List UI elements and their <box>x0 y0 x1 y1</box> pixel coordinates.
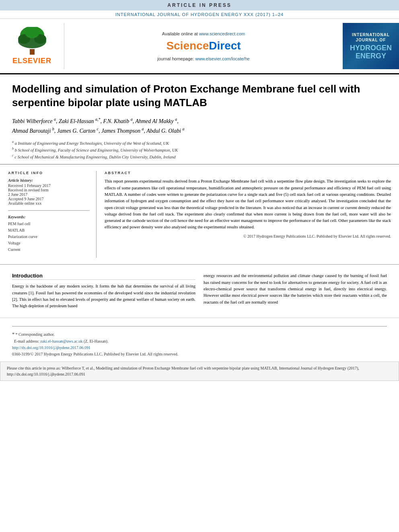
copyright-line: © 2017 Hydrogen Energy Publications LLC.… <box>105 234 391 238</box>
introduction-title: Introduction <box>12 273 195 280</box>
revised-date: 2 June 2017 <box>8 192 90 197</box>
journal-logo-box: INTERNATIONAL JOURNAL OF HYDROGEN ENERGY <box>343 23 399 69</box>
rights-footnote: 0360-3199/© 2017 Hydrogen Energy Publica… <box>12 351 387 357</box>
authors-line: Tabbi Wilberforce a, Zaki El-Hassan a,*,… <box>12 116 387 136</box>
elsevier-tree-icon <box>12 27 52 55</box>
elsevier-wordmark: ELSEVIER <box>12 57 51 65</box>
article-in-press-banner: ARTICLE IN PRESS <box>0 0 399 10</box>
journal-header-bar: INTERNATIONAL JOURNAL OF HYDROGEN ENERGY… <box>0 10 399 19</box>
available-online-text: Available online at www.sciencedirect.co… <box>162 31 245 36</box>
keyword-2: MATLAB <box>8 227 90 234</box>
journal-logo-top: INTERNATIONAL JOURNAL OF <box>347 32 395 43</box>
history-label: Article history: <box>8 178 90 183</box>
affiliation-b: b b School of Engineering, Faculty of Sc… <box>12 146 387 153</box>
body-left-column: Introduction Energy is the backbone of a… <box>12 273 195 309</box>
article-info-label: ARTICLE INFO <box>8 171 90 175</box>
footnotes-section: * * Corresponding author. E-mail address… <box>0 318 399 362</box>
doi-link[interactable]: http://dx.doi.org/10.1016/j.ijhydene.201… <box>12 345 90 350</box>
journal-homepage-url[interactable]: www.elsevier.com/locate/he <box>195 56 250 61</box>
keyword-4: Voltage <box>8 240 90 246</box>
introduction-left-text: Energy is the backbone of any modern soc… <box>12 283 195 309</box>
article-history: Article history: Received 1 February 201… <box>8 178 90 205</box>
accepted-date: Accepted 9 June 2017 <box>8 197 90 201</box>
available-online: Available online xxx <box>8 201 90 205</box>
elsevier-logo: ELSEVIER <box>0 23 64 69</box>
header-center: Available online at www.sciencedirect.co… <box>64 23 343 69</box>
article-info-abstract-section: ARTICLE INFO Article history: Received 1… <box>0 164 399 265</box>
abstract-column: ABSTRACT This report presents experiment… <box>105 171 391 258</box>
doi-footnote: http://dx.doi.org/10.1016/j.ijhydene.201… <box>12 345 387 351</box>
article-info-column: ARTICLE INFO Article history: Received 1… <box>8 171 97 258</box>
article-title-section: Modelling and simulation of Proton Excha… <box>0 74 399 164</box>
sciencedirect-url[interactable]: www.sciencedirect.com <box>199 31 245 36</box>
affiliation-a: a a Institute of Engineering and Energy … <box>12 140 387 146</box>
article-title: Modelling and simulation of Proton Excha… <box>12 82 387 110</box>
email-link[interactable]: zaki.el-hassan@uws.ac.uk <box>40 339 83 343</box>
keywords-group: Keywords: PEM fuel cell MATLAB Polarizat… <box>8 215 90 253</box>
footnote-divider <box>12 326 387 327</box>
affiliations: a a Institute of Engineering and Energy … <box>12 140 387 160</box>
journal-homepage: journal homepage: www.elsevier.com/locat… <box>157 56 249 61</box>
introduction-right-text: energy resources and the environmental p… <box>204 273 387 305</box>
body-content: Introduction Energy is the backbone of a… <box>0 265 399 317</box>
email-footnote: E-mail address: zaki.el-hassan@uws.ac.uk… <box>12 338 387 345</box>
revised-label: Received in revised form <box>8 188 90 192</box>
keyword-3: Polarization curve <box>8 234 90 240</box>
body-right-column: energy resources and the environmental p… <box>204 273 387 309</box>
abstract-text: This report presents experimental result… <box>105 178 391 230</box>
corresponding-author: * * Corresponding author. <box>12 331 387 338</box>
info-divider <box>8 210 90 211</box>
keyword-1: PEM fuel cell <box>8 221 90 227</box>
svg-rect-0 <box>30 49 35 55</box>
journal-logo-main: HYDROGEN ENERGY <box>347 44 395 60</box>
keyword-5: Current <box>8 246 90 253</box>
journal-header: ELSEVIER Available online at www.science… <box>0 19 399 74</box>
citation-text: Please cite this article in press as: Wi… <box>7 365 392 377</box>
received-date: Received 1 February 2017 <box>8 183 90 188</box>
citation-box: Please cite this article in press as: Wi… <box>0 362 399 381</box>
keywords-label: Keywords: <box>8 215 90 219</box>
svg-point-5 <box>25 27 39 38</box>
abstract-label: ABSTRACT <box>105 171 391 175</box>
sciencedirect-logo: ScienceDirect <box>166 39 241 52</box>
affiliation-c: c c School of Mechanical & Manufacturing… <box>12 153 387 160</box>
